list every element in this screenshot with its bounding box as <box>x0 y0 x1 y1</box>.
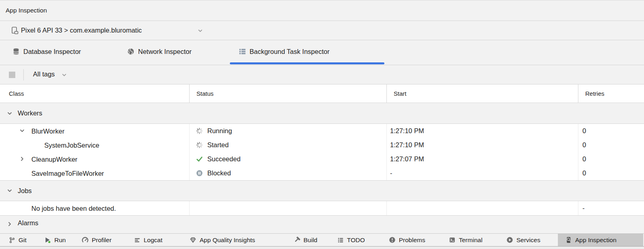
column-header-start[interactable]: Start <box>386 84 578 103</box>
git-branch-icon <box>9 237 15 243</box>
tab-background-task-inspector[interactable]: Background Task Inspector <box>239 40 330 63</box>
chevron-down-icon[interactable] <box>197 28 203 34</box>
worker-class-name: SaveImageToFileWorker <box>31 169 104 177</box>
toolbar-item-app-quality-insights[interactable]: App Quality Insights <box>190 234 255 246</box>
chevron-right-icon[interactable] <box>19 156 25 162</box>
section-alarms[interactable]: Alarms <box>0 215 644 233</box>
gauge-icon <box>82 237 89 243</box>
worker-class-name: SystemJobService <box>44 141 99 149</box>
column-header-retries[interactable]: Retries <box>578 84 644 103</box>
toolbar-item-logcat[interactable]: Logcat <box>134 234 163 246</box>
section-jobs[interactable]: Jobs <box>0 180 644 201</box>
section-jobs-label: Jobs <box>18 187 32 195</box>
toolbar-item-run[interactable]: Run <box>44 234 66 246</box>
error-circle-icon <box>389 237 396 243</box>
table-row-blurworker[interactable]: BlurWorker Running 1:27:10 PM 0 <box>0 124 644 138</box>
retries-count: 0 <box>582 169 586 177</box>
device-selector-bar[interactable]: Pixel 6 API 33 > com.example.bluromatic <box>0 21 644 40</box>
services-icon <box>506 237 513 243</box>
toolbar-item-problems[interactable]: Problems <box>389 234 425 246</box>
status-label: Blocked <box>207 169 231 177</box>
tab-database-inspector[interactable]: Database Inspector <box>12 40 81 63</box>
status-label: Succeeded <box>207 155 241 163</box>
chevron-down-icon[interactable] <box>19 128 25 134</box>
hammer-icon <box>293 237 300 243</box>
panel-title-bar: App Inspection <box>0 0 644 21</box>
start-time: 1:27:10 PM <box>390 127 424 135</box>
active-tab-underline <box>230 62 384 64</box>
pause-circle-icon <box>196 170 203 177</box>
worker-class-name: BlurWorker <box>31 127 64 135</box>
panel-title: App Inspection <box>6 7 47 14</box>
toolbar-item-app-inspection-active[interactable]: App Inspection <box>558 234 643 246</box>
toolbar-item-build[interactable]: Build <box>293 234 317 246</box>
globe-icon <box>127 48 134 55</box>
inspector-tab-bar: Database Inspector Network Inspector <box>0 40 644 65</box>
bottom-edge <box>0 247 644 249</box>
chevron-right-icon[interactable] <box>6 221 13 227</box>
todo-list-icon <box>337 237 344 243</box>
check-icon <box>196 156 203 163</box>
tab-background-label: Background Task Inspector <box>250 48 330 56</box>
database-icon <box>12 48 20 55</box>
chevron-down-icon[interactable] <box>6 187 13 194</box>
section-workers-label: Workers <box>18 109 42 117</box>
toolbar-item-terminal[interactable]: Terminal <box>449 234 483 246</box>
chevron-down-icon[interactable] <box>61 72 67 78</box>
section-workers[interactable]: Workers <box>0 103 644 124</box>
table-row-cleanupworker[interactable]: CleanupWorker Succeeded 1:27:07 PM 0 <box>0 152 644 166</box>
table-header-row: Class Status Start Retries <box>0 84 644 103</box>
toolbar-item-profiler[interactable]: Profiler <box>82 234 111 246</box>
empty-message: No jobs have been detected. <box>31 204 116 212</box>
worker-class-name: CleanupWorker <box>31 155 77 163</box>
spinner-icon <box>196 142 203 148</box>
start-time: 1:27:07 PM <box>390 155 424 163</box>
toolbar-item-git[interactable]: Git <box>9 234 27 246</box>
tab-network-label: Network Inspector <box>138 48 192 56</box>
filter-toolbar: All tags <box>0 65 644 84</box>
gem-icon <box>190 237 196 243</box>
start-time: - <box>390 169 392 177</box>
terminal-icon <box>449 237 456 243</box>
retries-count: 0 <box>582 155 586 163</box>
all-tags-dropdown[interactable]: All tags <box>33 70 55 78</box>
toolbar-item-todo[interactable]: TODO <box>337 234 365 246</box>
retries-count: - <box>582 204 585 212</box>
tab-network-inspector[interactable]: Network Inspector <box>127 40 192 63</box>
spinner-icon <box>196 128 203 134</box>
app-inspection-icon <box>565 237 572 243</box>
tool-window-bar: Git Run Profiler <box>0 233 644 247</box>
table-row-saveimagetofileworker[interactable]: SaveImageToFileWorker Blocked - 0 <box>0 166 644 180</box>
section-alarms-label: Alarms <box>18 219 38 227</box>
logcat-lines-icon <box>134 237 140 243</box>
graph-view-toggle-icon[interactable] <box>9 72 15 78</box>
run-play-icon <box>44 237 51 243</box>
table-row-no-jobs: No jobs have been detected. - <box>0 201 644 215</box>
column-header-class[interactable]: Class <box>0 84 189 103</box>
table-row-systemjobservice[interactable]: SystemJobService Started 1:27:10 PM 0 <box>0 138 644 152</box>
start-time: 1:27:10 PM <box>390 141 424 149</box>
retries-count: 0 <box>582 141 586 149</box>
chevron-down-icon[interactable] <box>6 110 13 117</box>
device-selector-label[interactable]: Pixel 6 API 33 > com.example.bluromatic <box>21 27 142 34</box>
retries-count: 0 <box>582 127 586 135</box>
task-list-icon <box>239 48 246 55</box>
status-label: Started <box>207 141 229 149</box>
app-inspection-panel: App Inspection Pixel 6 API 33 > com.exam… <box>0 0 644 249</box>
status-label: Running <box>207 127 232 135</box>
tab-database-label: Database Inspector <box>23 48 81 56</box>
device-phone-icon <box>10 26 19 35</box>
toolbar-separator <box>23 69 24 80</box>
column-header-status[interactable]: Status <box>189 84 386 103</box>
toolbar-item-services[interactable]: Services <box>506 234 540 246</box>
